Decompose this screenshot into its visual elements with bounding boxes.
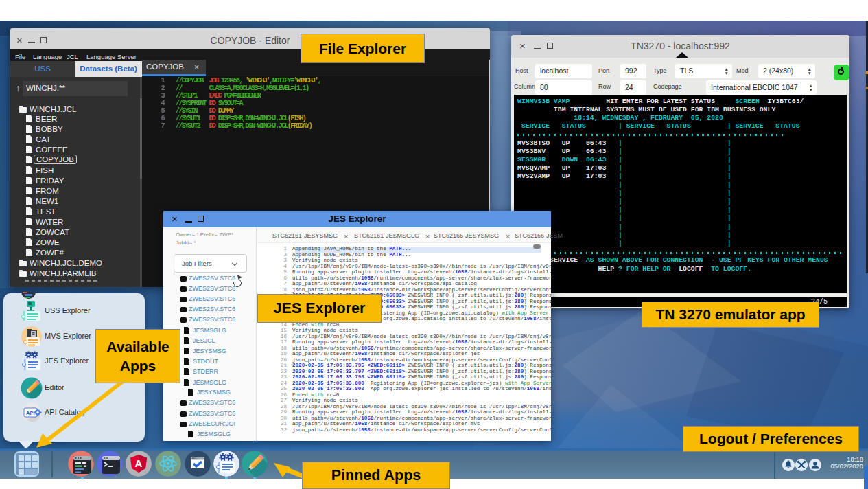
svg-text:A: A xyxy=(135,457,143,469)
svg-text:API: API xyxy=(26,410,35,416)
